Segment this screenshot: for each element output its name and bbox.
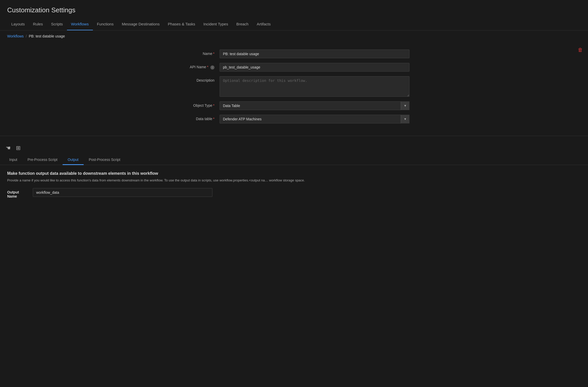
sub-tab-post-process-script[interactable]: Post-Process Script: [84, 155, 125, 165]
output-field-row: OutputName: [7, 188, 581, 198]
toolbar-section: ☚ ⊞: [0, 141, 588, 155]
tab-phases-tasks[interactable]: Phases & Tasks: [164, 18, 199, 31]
name-label: Name*: [179, 50, 220, 56]
tab-scripts[interactable]: Scripts: [47, 18, 67, 31]
data-table-required: *: [213, 117, 214, 121]
object-type-required: *: [213, 103, 214, 108]
nav-tabs: Layouts Rules Scripts Workflows Function…: [0, 18, 588, 31]
delete-button[interactable]: 🗑: [578, 47, 583, 53]
delete-icon: 🗑: [578, 47, 583, 53]
object-type-select-wrapper: Data Table ▼: [220, 101, 409, 110]
sub-tabs: Input Pre-Process Script Output Post-Pro…: [0, 155, 588, 165]
divider: [0, 136, 588, 136]
tab-breach[interactable]: Breach: [232, 18, 253, 31]
output-name-label: OutputName: [7, 188, 28, 198]
output-heading: Make function output data available to d…: [7, 171, 581, 176]
data-table-select[interactable]: Defender ATP Machines: [220, 115, 409, 123]
api-name-info-icon[interactable]: i: [210, 65, 214, 70]
output-name-input[interactable]: [33, 188, 212, 197]
name-input[interactable]: [220, 50, 409, 58]
object-type-label: Object Type*: [179, 101, 220, 108]
content-area: 🗑 Name* API Name* i Description: [0, 42, 588, 210]
breadcrumb-current: PB: test datable usage: [29, 34, 65, 38]
tab-functions[interactable]: Functions: [93, 18, 118, 31]
breadcrumb-parent[interactable]: Workflows: [7, 34, 24, 38]
name-row: Name*: [179, 50, 409, 58]
object-type-row: Object Type* Data Table ▼: [179, 101, 409, 110]
description-row: Description: [179, 76, 409, 97]
tab-layouts[interactable]: Layouts: [7, 18, 29, 31]
hand-tool-button[interactable]: ☚: [4, 143, 12, 153]
breadcrumb: Workflows / PB: test datable usage: [0, 31, 588, 42]
page-header: Customization Settings: [0, 0, 588, 18]
name-required: *: [213, 52, 214, 56]
sub-tab-input[interactable]: Input: [4, 155, 22, 165]
output-section: Make function output data available to d…: [0, 165, 588, 205]
sub-tab-pre-process-script[interactable]: Pre-Process Script: [22, 155, 63, 165]
hand-icon: ☚: [6, 145, 11, 151]
description-textarea[interactable]: [220, 76, 409, 97]
api-name-row: API Name* i: [179, 63, 409, 72]
tab-artifacts[interactable]: Artifacts: [253, 18, 275, 31]
output-description: Provide a name if you would like to acce…: [7, 178, 581, 183]
tab-incident-types[interactable]: Incident Types: [199, 18, 232, 31]
object-type-select[interactable]: Data Table: [220, 101, 409, 110]
sub-tab-output[interactable]: Output: [63, 155, 84, 165]
breadcrumb-separator: /: [26, 34, 27, 38]
description-label: Description: [179, 76, 220, 82]
api-name-input[interactable]: [220, 63, 409, 72]
add-icon: ⊞: [16, 145, 21, 151]
tab-rules[interactable]: Rules: [29, 18, 47, 31]
add-element-button[interactable]: ⊞: [14, 143, 22, 153]
tab-message-destinations[interactable]: Message Destinations: [118, 18, 164, 31]
form-section: Name* API Name* i Description Object Typ…: [0, 47, 588, 131]
api-name-required: *: [207, 65, 208, 69]
api-name-label: API Name* i: [179, 63, 220, 70]
page-title: Customization Settings: [7, 6, 581, 14]
tab-workflows[interactable]: Workflows: [67, 18, 93, 31]
data-table-row: Data table* Defender ATP Machines ▼: [179, 115, 409, 123]
data-table-label: Data table*: [179, 115, 220, 121]
data-table-select-wrapper: Defender ATP Machines ▼: [220, 115, 409, 123]
